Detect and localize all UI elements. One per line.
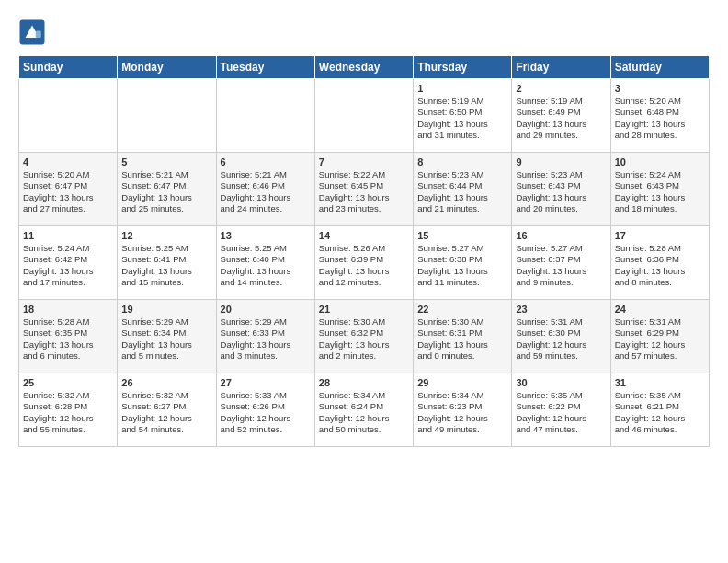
calendar-cell: 13Sunrise: 5:25 AMSunset: 6:40 PMDayligh…	[216, 226, 314, 300]
calendar-week-row: 4Sunrise: 5:20 AMSunset: 6:47 PMDaylight…	[19, 153, 710, 226]
sun-info: Sunset: 6:37 PM	[516, 254, 606, 265]
sun-info: and 11 minutes.	[417, 277, 507, 288]
day-number: 28	[319, 377, 409, 388]
sun-info: Sunrise: 5:30 AM	[319, 316, 409, 327]
sun-info: Sunrise: 5:26 AM	[319, 243, 409, 254]
calendar-cell: 27Sunrise: 5:33 AMSunset: 6:26 PMDayligh…	[216, 373, 314, 447]
sun-info: Sunrise: 5:21 AM	[221, 169, 311, 180]
daylight-hours: Daylight: 13 hours	[417, 119, 507, 130]
sun-info: Sunrise: 5:29 AM	[121, 316, 211, 327]
day-number: 22	[417, 304, 507, 315]
calendar-table: SundayMondayTuesdayWednesdayThursdayFrid…	[18, 55, 710, 447]
sun-info: and 25 minutes.	[121, 203, 211, 214]
day-number: 18	[23, 304, 113, 315]
calendar-cell: 9Sunrise: 5:23 AMSunset: 6:43 PMDaylight…	[512, 153, 610, 226]
sun-info: Sunset: 6:21 PM	[615, 401, 705, 412]
sun-info: and 21 minutes.	[417, 203, 507, 214]
sun-info: and 15 minutes.	[121, 277, 211, 288]
day-number: 24	[615, 304, 705, 315]
day-number: 4	[23, 156, 113, 167]
sun-info: Sunrise: 5:32 AM	[121, 390, 211, 401]
page-header	[18, 18, 710, 46]
day-number: 10	[615, 156, 705, 167]
calendar-week-row: 1Sunrise: 5:19 AMSunset: 6:50 PMDaylight…	[19, 79, 710, 153]
sun-info: Sunrise: 5:29 AM	[221, 316, 311, 327]
sun-info: Sunset: 6:23 PM	[417, 401, 507, 412]
calendar-cell: 11Sunrise: 5:24 AMSunset: 6:42 PMDayligh…	[19, 226, 118, 300]
daylight-hours: Daylight: 13 hours	[319, 192, 409, 203]
calendar-cell	[314, 79, 413, 153]
day-number: 3	[615, 83, 705, 94]
calendar-cell: 10Sunrise: 5:24 AMSunset: 6:43 PMDayligh…	[610, 153, 709, 226]
daylight-hours: Daylight: 13 hours	[615, 119, 705, 130]
calendar-cell: 21Sunrise: 5:30 AMSunset: 6:32 PMDayligh…	[314, 300, 413, 373]
sun-info: Sunrise: 5:30 AM	[417, 316, 507, 327]
day-number: 5	[121, 156, 211, 167]
sun-info: Sunrise: 5:28 AM	[615, 243, 705, 254]
sun-info: and 49 minutes.	[417, 424, 507, 435]
calendar-cell: 20Sunrise: 5:29 AMSunset: 6:33 PMDayligh…	[216, 300, 314, 373]
sun-info: Sunrise: 5:25 AM	[121, 243, 211, 254]
sun-info: Sunset: 6:24 PM	[319, 401, 409, 412]
sun-info: and 12 minutes.	[319, 277, 409, 288]
sun-info: and 59 minutes.	[516, 350, 606, 362]
sun-info: and 6 minutes.	[23, 350, 113, 362]
sun-info: Sunset: 6:45 PM	[319, 180, 409, 191]
sun-info: Sunset: 6:43 PM	[516, 180, 606, 191]
daylight-hours: Daylight: 13 hours	[221, 266, 311, 277]
sun-info: Sunset: 6:27 PM	[121, 401, 211, 412]
day-number: 6	[221, 156, 311, 167]
sun-info: Sunrise: 5:33 AM	[221, 390, 311, 401]
sun-info: Sunset: 6:50 PM	[417, 107, 507, 118]
sun-info: Sunset: 6:30 PM	[516, 327, 606, 339]
col-header-tuesday: Tuesday	[216, 56, 314, 79]
sun-info: Sunrise: 5:23 AM	[516, 169, 606, 180]
sun-info: and 5 minutes.	[121, 350, 211, 362]
sun-info: Sunrise: 5:24 AM	[23, 243, 113, 254]
sun-info: Sunset: 6:29 PM	[615, 327, 705, 339]
sun-info: and 57 minutes.	[615, 350, 705, 362]
sun-info: Sunrise: 5:25 AM	[221, 243, 311, 254]
sun-info: Sunrise: 5:21 AM	[121, 169, 211, 180]
sun-info: Sunrise: 5:24 AM	[615, 169, 705, 180]
sun-info: and 46 minutes.	[615, 424, 705, 435]
sun-info: and 18 minutes.	[615, 203, 705, 214]
day-number: 21	[319, 304, 409, 315]
sun-info: Sunset: 6:38 PM	[417, 254, 507, 265]
daylight-hours: Daylight: 13 hours	[221, 192, 311, 203]
day-number: 17	[615, 230, 705, 241]
calendar-cell: 23Sunrise: 5:31 AMSunset: 6:30 PMDayligh…	[512, 300, 610, 373]
day-number: 12	[121, 230, 211, 241]
sun-info: and 24 minutes.	[221, 203, 311, 214]
sun-info: and 47 minutes.	[516, 424, 606, 435]
sun-info: Sunset: 6:48 PM	[615, 107, 705, 118]
day-number: 30	[516, 377, 606, 388]
day-number: 14	[319, 230, 409, 241]
svg-rect-2	[36, 31, 41, 39]
daylight-hours: Daylight: 13 hours	[417, 339, 507, 350]
calendar-cell: 15Sunrise: 5:27 AMSunset: 6:38 PMDayligh…	[414, 226, 512, 300]
sun-info: Sunset: 6:34 PM	[121, 327, 211, 339]
day-number: 25	[23, 377, 113, 388]
day-number: 2	[516, 83, 606, 94]
calendar-cell: 2Sunrise: 5:19 AMSunset: 6:49 PMDaylight…	[512, 79, 610, 153]
day-number: 27	[221, 377, 311, 388]
daylight-hours: Daylight: 13 hours	[615, 266, 705, 277]
calendar-cell: 1Sunrise: 5:19 AMSunset: 6:50 PMDaylight…	[414, 79, 512, 153]
calendar-cell: 25Sunrise: 5:32 AMSunset: 6:28 PMDayligh…	[19, 373, 118, 447]
daylight-hours: Daylight: 13 hours	[319, 339, 409, 350]
col-header-saturday: Saturday	[610, 56, 709, 79]
day-number: 8	[417, 156, 507, 167]
calendar-cell	[216, 79, 314, 153]
sun-info: and 8 minutes.	[615, 277, 705, 288]
sun-info: Sunset: 6:41 PM	[121, 254, 211, 265]
sun-info: and 9 minutes.	[516, 277, 606, 288]
calendar-week-row: 11Sunrise: 5:24 AMSunset: 6:42 PMDayligh…	[19, 226, 710, 300]
sun-info: Sunset: 6:33 PM	[221, 327, 311, 339]
calendar-cell: 8Sunrise: 5:23 AMSunset: 6:44 PMDaylight…	[414, 153, 512, 226]
daylight-hours: Daylight: 13 hours	[121, 192, 211, 203]
day-number: 29	[417, 377, 507, 388]
sun-info: Sunset: 6:46 PM	[221, 180, 311, 191]
calendar-cell	[118, 79, 216, 153]
sun-info: and 2 minutes.	[319, 350, 409, 362]
